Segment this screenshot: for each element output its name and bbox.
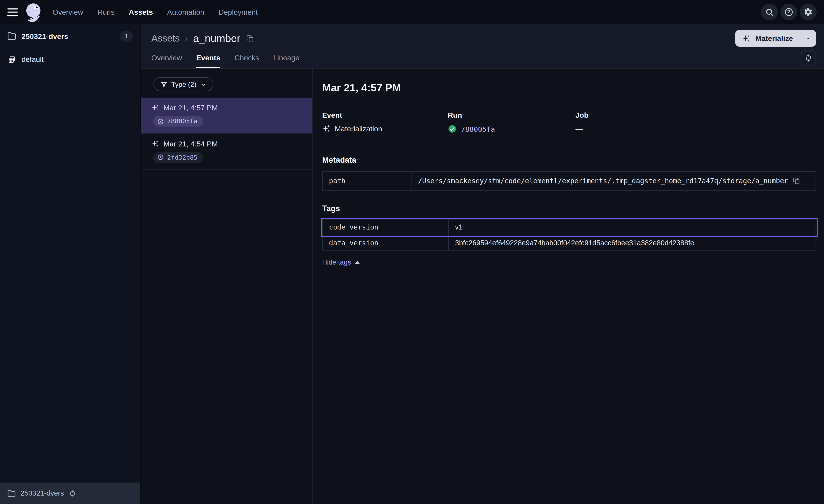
table-row: path /Users/smackesey/stm/code/elementl/… (322, 171, 816, 191)
asset-tabs: Overview Events Checks Lineage (151, 54, 816, 69)
sidebar-footer[interactable]: 250321-dvers (0, 483, 140, 504)
triangle-up-icon (354, 261, 360, 264)
tab-events[interactable]: Events (196, 54, 220, 69)
main-panel: Assets › a_number (141, 24, 824, 504)
sidebar-footer-label: 250321-dvers (21, 489, 64, 497)
metadata-heading: Metadata (322, 155, 816, 164)
materialization-sparkle-icon (322, 124, 331, 133)
sidebar-item-default[interactable]: default (0, 48, 140, 70)
materialize-button-label: Materialize (755, 34, 793, 43)
materialize-split-button: Materialize (735, 30, 816, 47)
filter-row: Type (2) (141, 69, 312, 98)
sidebar-item-label: default (22, 55, 44, 64)
search-button[interactable] (761, 4, 778, 20)
asset-group-icon (7, 55, 16, 64)
run-id-label: 2fd32b85 (167, 154, 197, 161)
metadata-end-cell (807, 171, 816, 191)
field-job: Job — (576, 111, 701, 133)
dagster-app: Overview Runs Assets Automation Deployme… (0, 0, 824, 504)
event-timestamp: Mar 21, 4:57 PM (164, 103, 218, 112)
folder-icon (7, 489, 16, 498)
filter-funnel-icon (160, 81, 168, 88)
tab-overview[interactable]: Overview (151, 54, 182, 69)
type-filter-button[interactable]: Type (2) (153, 77, 213, 92)
metadata-path-link[interactable]: /Users/smackesey/stm/code/elementl/exper… (418, 177, 788, 185)
chevron-down-icon (200, 81, 206, 87)
settings-button[interactable] (800, 4, 817, 20)
top-nav: Overview Runs Assets Automation Deployme… (0, 0, 824, 24)
run-status-icon (157, 118, 164, 125)
gear-icon (803, 7, 813, 17)
run-id-badge[interactable]: 788005fa (153, 116, 203, 127)
metadata-value-cell: /Users/smackesey/stm/code/elementl/exper… (411, 171, 807, 191)
tag-row-highlighted: code_version v1 (322, 219, 816, 235)
metadata-table: path /Users/smackesey/stm/code/elementl/… (322, 171, 816, 191)
events-list-pane: Type (2) (141, 69, 313, 504)
field-event: Event Materialization (322, 111, 448, 133)
event-timestamp: Mar 21, 4:54 PM (164, 139, 218, 148)
sidebar-group-row[interactable]: 250321-dvers 1 (0, 24, 140, 48)
type-filter-label: Type (2) (171, 80, 196, 88)
run-id-link[interactable]: 788005fa (461, 125, 495, 133)
help-button[interactable] (781, 4, 797, 20)
materialize-button[interactable]: Materialize (735, 30, 800, 47)
nav-item-runs[interactable]: Runs (97, 8, 114, 16)
field-run-label: Run (448, 111, 576, 119)
event-detail-title: Mar 21, 4:57 PM (322, 82, 816, 94)
tag-key: code_version (322, 219, 448, 235)
asset-sidebar: 250321-dvers 1 default 250321-dvers (0, 24, 141, 504)
field-job-label: Job (576, 111, 701, 119)
nav-item-automation[interactable]: Automation (167, 8, 204, 16)
nav-item-overview[interactable]: Overview (53, 8, 83, 16)
success-check-icon (448, 124, 456, 133)
primary-nav-links: Overview Runs Assets Automation Deployme… (53, 8, 258, 16)
sidebar-group-label: 250321-dvers (22, 32, 68, 40)
nav-item-assets[interactable]: Assets (129, 8, 153, 16)
copy-icon (246, 34, 254, 43)
asset-header: Assets › a_number (141, 24, 824, 69)
run-id-badge[interactable]: 2fd32b85 (153, 152, 203, 163)
breadcrumb-separator: › (185, 34, 188, 43)
hide-tags-label: Hide tags (322, 258, 351, 266)
copy-icon (792, 177, 800, 185)
folder-icon (7, 31, 16, 40)
field-event-label: Event (322, 111, 448, 119)
copy-path-button[interactable] (792, 177, 800, 185)
tab-lineage[interactable]: Lineage (273, 54, 299, 69)
sparkle-icon (742, 34, 751, 43)
tag-row: data_version 3bfc269594ef649228e9a74bab0… (322, 235, 816, 251)
materialization-sparkle-icon (151, 104, 159, 111)
tag-key: data_version (322, 235, 448, 251)
hide-tags-toggle[interactable]: Hide tags (322, 258, 360, 266)
materialize-dropdown-button[interactable] (800, 30, 816, 47)
metadata-key: path (322, 171, 411, 191)
event-summary-fields: Event Materialization R (322, 111, 816, 133)
dagster-logo-icon[interactable] (23, 2, 44, 22)
caret-down-icon (805, 35, 811, 41)
tag-value: 3bfc269594ef649228e9a74bab00f042efc91d5a… (448, 235, 816, 251)
refresh-button[interactable] (801, 50, 816, 66)
hamburger-menu-icon[interactable] (7, 8, 18, 16)
nav-utility-icons (761, 4, 817, 20)
field-event-value: Materialization (335, 124, 382, 133)
tags-heading: Tags (322, 204, 816, 213)
tag-value: v1 (448, 219, 816, 235)
copy-asset-name-button[interactable] (246, 34, 254, 43)
page-title: a_number (193, 32, 240, 44)
help-icon (784, 7, 794, 17)
refresh-icon (805, 54, 812, 62)
event-detail-pane: Mar 21, 4:57 PM Event Materialization (313, 69, 824, 504)
nav-item-deployment[interactable]: Deployment (218, 8, 258, 16)
event-list-item[interactable]: Mar 21, 4:54 PM 2fd32b85 (141, 134, 312, 169)
reload-icon[interactable] (69, 490, 76, 497)
sidebar-group-count-badge: 1 (120, 31, 133, 41)
breadcrumb-assets-link[interactable]: Assets (151, 33, 180, 44)
tab-checks[interactable]: Checks (234, 54, 259, 69)
event-list-item[interactable]: Mar 21, 4:57 PM 788005fa (141, 98, 312, 133)
search-icon (765, 8, 774, 16)
run-status-icon (157, 154, 164, 161)
tags-table: code_version v1 data_version 3bfc269594e… (322, 219, 816, 251)
breadcrumb: Assets › a_number (151, 32, 816, 44)
run-id-label: 788005fa (167, 118, 197, 125)
field-job-value: — (576, 124, 583, 133)
